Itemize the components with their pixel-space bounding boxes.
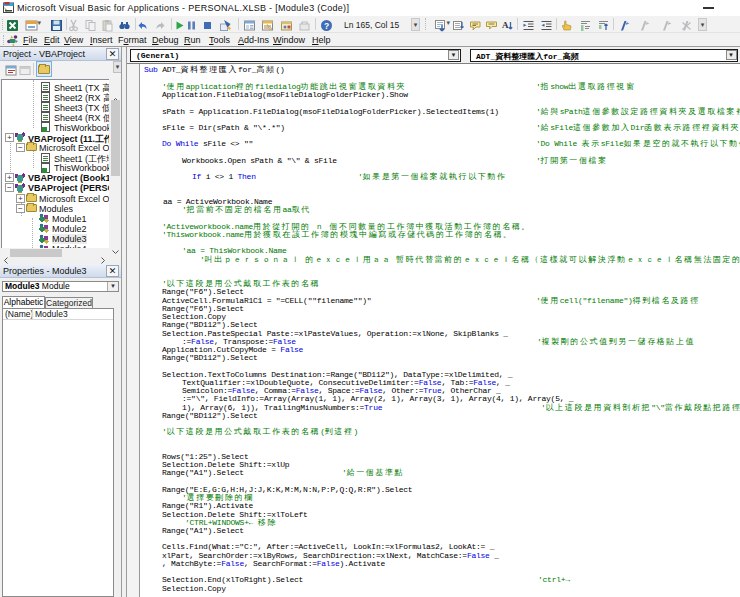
- svg-text:?: ?: [323, 21, 328, 31]
- svg-text:A: A: [502, 20, 509, 30]
